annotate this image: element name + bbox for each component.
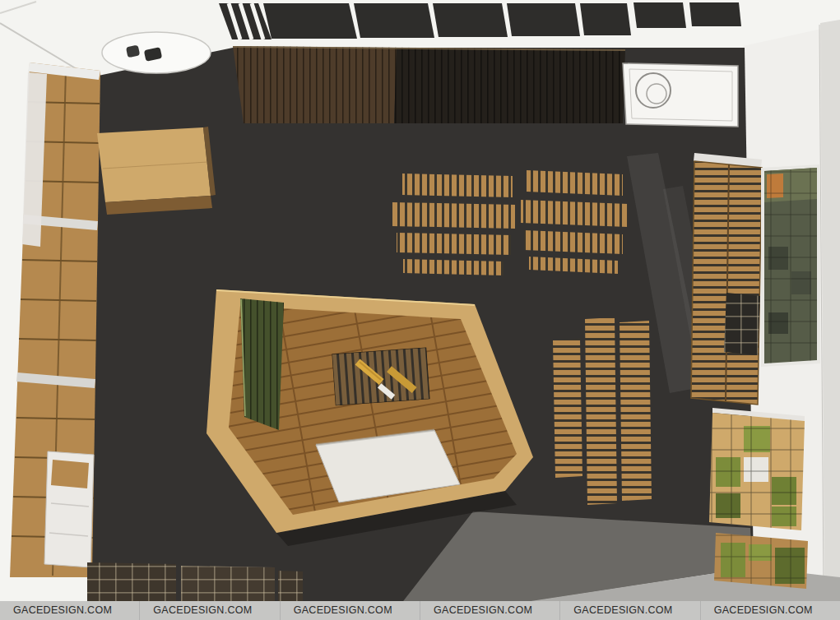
desk-top [97,127,211,202]
watermark-text: GACEDESIGN.COM [0,601,139,620]
watermark-text: GACEDESIGN.COM [280,601,420,620]
slat-table [402,174,513,197]
green-cube-shelving [709,408,808,589]
slat-table [392,202,515,229]
wall-art-panel [761,164,820,367]
render-viewport: GACEDESIGN.COM GACEDESIGN.COM GACEDESIGN… [0,0,840,620]
hanging-slat-panel [233,46,625,123]
watermark-text: GACEDESIGN.COM [139,601,279,620]
slat-bench [403,259,504,275]
watermark-text: GACEDESIGN.COM [420,601,559,620]
slat-table [527,170,623,196]
slat-column [553,339,582,478]
watermark-text: GACEDESIGN.COM [700,601,840,620]
slat-column [585,317,617,505]
right-slatted-shelving [691,153,762,405]
slatted-bench-columns [553,317,652,505]
ceiling-light-fixture [102,32,211,73]
corner-desk [97,127,216,215]
slat-table [524,230,623,254]
ac-unit [623,63,738,127]
watermark-text: GACEDESIGN.COM [559,601,699,620]
left-wall-shelving [10,62,100,577]
display-table [332,348,429,405]
slat-table [521,200,628,227]
slat-column [620,321,652,501]
ceiling-skylights [219,2,741,39]
interior-render [0,0,840,620]
watermark-bar: GACEDESIGN.COM GACEDESIGN.COM GACEDESIGN… [0,601,840,620]
slat-table [397,233,511,255]
